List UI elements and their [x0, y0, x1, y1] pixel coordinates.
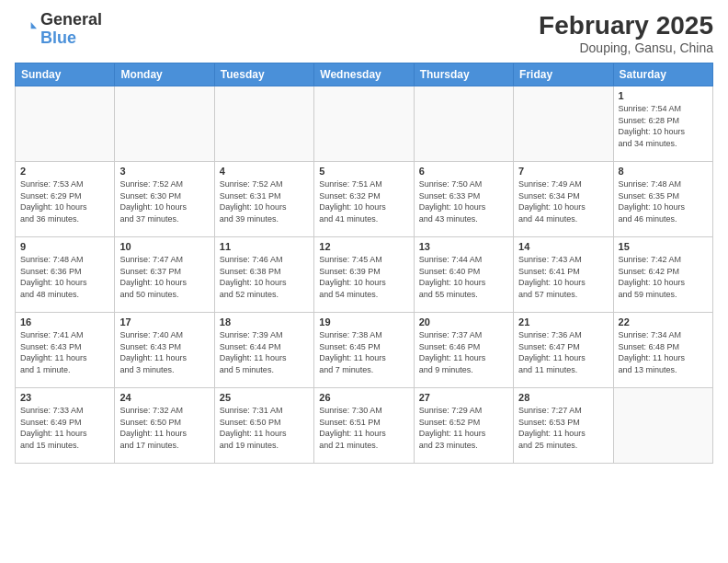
- calendar-header-tuesday: Tuesday: [214, 63, 313, 86]
- day-number: 17: [119, 316, 209, 327]
- calendar-header-friday: Friday: [514, 63, 613, 86]
- day-info: Sunrise: 7:39 AM Sunset: 6:44 PM Dayligh…: [220, 329, 309, 375]
- calendar-cell: 1Sunrise: 7:54 AM Sunset: 6:28 PM Daylig…: [613, 86, 712, 162]
- calendar-cell: 4Sunrise: 7:52 AM Sunset: 6:31 PM Daylig…: [214, 162, 313, 237]
- calendar-cell: 18Sunrise: 7:39 AM Sunset: 6:44 PM Dayli…: [214, 313, 313, 388]
- calendar-cell: 10Sunrise: 7:47 AM Sunset: 6:37 PM Dayli…: [115, 237, 214, 313]
- day-info: Sunrise: 7:45 AM Sunset: 6:39 PM Dayligh…: [319, 254, 408, 300]
- page: General Blue February 2025 Douping, Gans…: [0, 0, 728, 563]
- day-number: 24: [119, 392, 209, 403]
- calendar-header-row: SundayMondayTuesdayWednesdayThursdayFrid…: [16, 63, 713, 86]
- month-title: February 2025: [539, 11, 713, 40]
- calendar-cell: 28Sunrise: 7:27 AM Sunset: 6:53 PM Dayli…: [514, 388, 613, 464]
- day-info: Sunrise: 7:49 AM Sunset: 6:34 PM Dayligh…: [518, 178, 608, 224]
- day-number: 21: [518, 316, 608, 327]
- day-info: Sunrise: 7:27 AM Sunset: 6:53 PM Dayligh…: [518, 405, 608, 451]
- calendar-cell: [16, 86, 115, 162]
- calendar-cell: 17Sunrise: 7:40 AM Sunset: 6:43 PM Dayli…: [115, 313, 214, 388]
- day-info: Sunrise: 7:47 AM Sunset: 6:37 PM Dayligh…: [119, 254, 209, 300]
- calendar-cell: 2Sunrise: 7:53 AM Sunset: 6:29 PM Daylig…: [16, 162, 115, 237]
- logo-text: General Blue: [40, 11, 102, 48]
- calendar-cell: 19Sunrise: 7:38 AM Sunset: 6:45 PM Dayli…: [314, 313, 414, 388]
- day-number: 16: [20, 316, 109, 327]
- calendar-cell: [414, 86, 513, 162]
- calendar-cell: 23Sunrise: 7:33 AM Sunset: 6:49 PM Dayli…: [16, 388, 115, 464]
- calendar-cell: 24Sunrise: 7:32 AM Sunset: 6:50 PM Dayli…: [115, 388, 214, 464]
- calendar-week-1: 1Sunrise: 7:54 AM Sunset: 6:28 PM Daylig…: [16, 86, 713, 162]
- calendar-cell: 11Sunrise: 7:46 AM Sunset: 6:38 PM Dayli…: [214, 237, 313, 313]
- calendar-cell: [115, 86, 214, 162]
- day-number: 19: [319, 316, 408, 327]
- calendar-cell: 13Sunrise: 7:44 AM Sunset: 6:40 PM Dayli…: [414, 237, 513, 313]
- day-info: Sunrise: 7:32 AM Sunset: 6:50 PM Dayligh…: [119, 405, 209, 451]
- day-info: Sunrise: 7:52 AM Sunset: 6:30 PM Dayligh…: [119, 178, 209, 224]
- location: Douping, Gansu, China: [539, 40, 713, 55]
- calendar-cell: 22Sunrise: 7:34 AM Sunset: 6:48 PM Dayli…: [613, 313, 712, 388]
- day-info: Sunrise: 7:50 AM Sunset: 6:33 PM Dayligh…: [419, 178, 508, 224]
- day-number: 26: [319, 392, 408, 403]
- logo-icon: [15, 18, 37, 40]
- calendar-header-sunday: Sunday: [16, 63, 115, 86]
- day-number: 27: [419, 392, 508, 403]
- day-number: 14: [518, 241, 608, 252]
- day-number: 13: [419, 241, 508, 252]
- calendar-cell: 14Sunrise: 7:43 AM Sunset: 6:41 PM Dayli…: [514, 237, 613, 313]
- day-info: Sunrise: 7:51 AM Sunset: 6:32 PM Dayligh…: [319, 178, 408, 224]
- day-number: 2: [20, 166, 109, 177]
- day-number: 5: [319, 166, 408, 177]
- day-number: 3: [119, 166, 209, 177]
- calendar-header-saturday: Saturday: [613, 63, 712, 86]
- day-number: 15: [619, 241, 708, 252]
- day-info: Sunrise: 7:48 AM Sunset: 6:35 PM Dayligh…: [619, 178, 708, 224]
- day-info: Sunrise: 7:43 AM Sunset: 6:41 PM Dayligh…: [518, 254, 608, 300]
- day-info: Sunrise: 7:44 AM Sunset: 6:40 PM Dayligh…: [419, 254, 508, 300]
- calendar-cell: 16Sunrise: 7:41 AM Sunset: 6:43 PM Dayli…: [16, 313, 115, 388]
- day-info: Sunrise: 7:38 AM Sunset: 6:45 PM Dayligh…: [319, 329, 408, 375]
- day-number: 11: [220, 241, 309, 252]
- calendar-cell: 21Sunrise: 7:36 AM Sunset: 6:47 PM Dayli…: [514, 313, 613, 388]
- day-info: Sunrise: 7:33 AM Sunset: 6:49 PM Dayligh…: [20, 405, 109, 451]
- logo: General Blue: [15, 11, 102, 48]
- calendar-header-wednesday: Wednesday: [314, 63, 414, 86]
- day-info: Sunrise: 7:36 AM Sunset: 6:47 PM Dayligh…: [518, 329, 608, 375]
- day-number: 23: [20, 392, 109, 403]
- day-info: Sunrise: 7:54 AM Sunset: 6:28 PM Dayligh…: [619, 103, 708, 149]
- calendar-cell: 25Sunrise: 7:31 AM Sunset: 6:50 PM Dayli…: [214, 388, 313, 464]
- day-info: Sunrise: 7:42 AM Sunset: 6:42 PM Dayligh…: [619, 254, 708, 300]
- day-number: 12: [319, 241, 408, 252]
- day-number: 7: [518, 166, 608, 177]
- day-number: 28: [518, 392, 608, 403]
- day-info: Sunrise: 7:31 AM Sunset: 6:50 PM Dayligh…: [220, 405, 309, 451]
- day-number: 8: [619, 166, 708, 177]
- svg-marker-0: [31, 22, 37, 29]
- calendar-week-3: 9Sunrise: 7:48 AM Sunset: 6:36 PM Daylig…: [16, 237, 713, 313]
- calendar-cell: [314, 86, 414, 162]
- header: General Blue February 2025 Douping, Gans…: [15, 11, 713, 55]
- calendar-table: SundayMondayTuesdayWednesdayThursdayFrid…: [15, 63, 713, 464]
- calendar-cell: 9Sunrise: 7:48 AM Sunset: 6:36 PM Daylig…: [16, 237, 115, 313]
- day-info: Sunrise: 7:46 AM Sunset: 6:38 PM Dayligh…: [220, 254, 309, 300]
- logo-general: General: [40, 10, 102, 29]
- day-info: Sunrise: 7:34 AM Sunset: 6:48 PM Dayligh…: [619, 329, 708, 375]
- calendar-week-4: 16Sunrise: 7:41 AM Sunset: 6:43 PM Dayli…: [16, 313, 713, 388]
- day-number: 20: [419, 316, 508, 327]
- day-info: Sunrise: 7:48 AM Sunset: 6:36 PM Dayligh…: [20, 254, 109, 300]
- calendar-cell: 6Sunrise: 7:50 AM Sunset: 6:33 PM Daylig…: [414, 162, 513, 237]
- day-number: 25: [220, 392, 309, 403]
- calendar-cell: [514, 86, 613, 162]
- day-number: 18: [220, 316, 309, 327]
- calendar-cell: 12Sunrise: 7:45 AM Sunset: 6:39 PM Dayli…: [314, 237, 414, 313]
- day-info: Sunrise: 7:37 AM Sunset: 6:46 PM Dayligh…: [419, 329, 508, 375]
- calendar-cell: 3Sunrise: 7:52 AM Sunset: 6:30 PM Daylig…: [115, 162, 214, 237]
- day-number: 1: [619, 90, 708, 101]
- day-info: Sunrise: 7:52 AM Sunset: 6:31 PM Dayligh…: [220, 178, 309, 224]
- day-number: 9: [20, 241, 109, 252]
- calendar-week-2: 2Sunrise: 7:53 AM Sunset: 6:29 PM Daylig…: [16, 162, 713, 237]
- day-info: Sunrise: 7:30 AM Sunset: 6:51 PM Dayligh…: [319, 405, 408, 451]
- day-number: 22: [619, 316, 708, 327]
- day-info: Sunrise: 7:53 AM Sunset: 6:29 PM Dayligh…: [20, 178, 109, 224]
- calendar-week-5: 23Sunrise: 7:33 AM Sunset: 6:49 PM Dayli…: [16, 388, 713, 464]
- calendar-header-thursday: Thursday: [414, 63, 513, 86]
- calendar-cell: 26Sunrise: 7:30 AM Sunset: 6:51 PM Dayli…: [314, 388, 414, 464]
- day-info: Sunrise: 7:29 AM Sunset: 6:52 PM Dayligh…: [419, 405, 508, 451]
